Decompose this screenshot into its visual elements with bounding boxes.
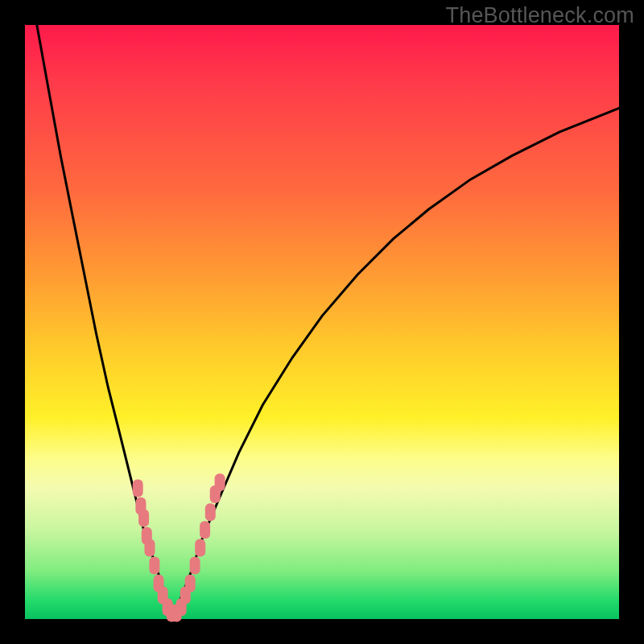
curve-right-branch bbox=[174, 108, 620, 619]
marker-point bbox=[215, 473, 225, 491]
marker-point bbox=[149, 557, 159, 575]
bottleneck-curve bbox=[37, 25, 619, 619]
marker-point bbox=[190, 557, 200, 575]
marker-point bbox=[185, 575, 196, 592]
marker-point bbox=[145, 539, 155, 556]
marker-point bbox=[133, 480, 143, 497]
marker-point bbox=[205, 503, 216, 521]
plot-area bbox=[25, 25, 619, 619]
marker-point bbox=[195, 539, 205, 556]
chart-frame: TheBottleneck.com bbox=[0, 0, 644, 644]
marker-point bbox=[200, 521, 210, 539]
marker-cluster bbox=[133, 473, 225, 621]
curve-left-branch bbox=[37, 25, 174, 619]
curve-layer bbox=[25, 25, 619, 619]
marker-point bbox=[138, 510, 149, 527]
